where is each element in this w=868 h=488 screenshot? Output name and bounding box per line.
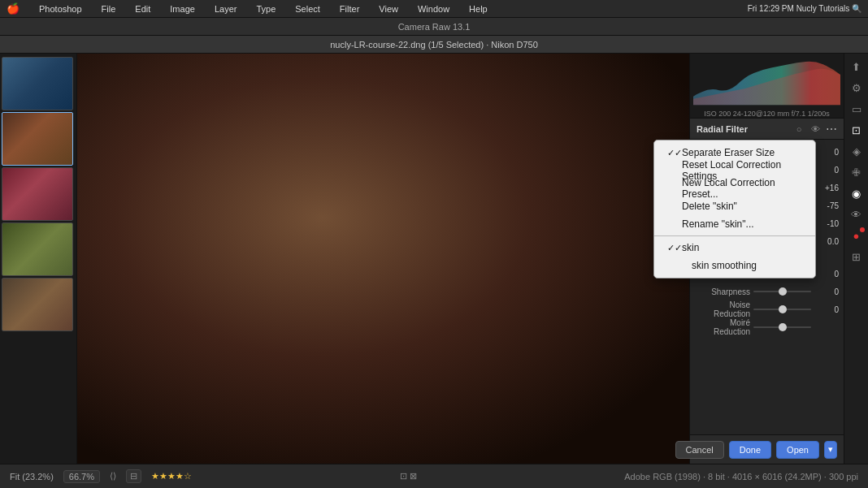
context-menu-label-1: Separate Eraser Size: [682, 147, 775, 158]
right-panel: ISO 200 24-120@120 mm f/7.1 1/200s Radia…: [689, 54, 844, 464]
context-menu-item-4[interactable]: Delete "skin": [654, 197, 815, 215]
noise-reduction-thumb[interactable]: [779, 305, 787, 313]
app-title: Camera Raw 13.1: [398, 22, 471, 32]
checkmark-6: ✓: [667, 243, 677, 253]
done-button[interactable]: Done: [729, 441, 771, 459]
context-menu-label-4: Delete "skin": [682, 201, 737, 212]
apple-menu[interactable]: 🍎: [7, 2, 20, 15]
saturation-value: 0: [814, 270, 839, 279]
system-status: Fri 12:29 PM Nucly Tutorials 🔍: [748, 4, 861, 13]
sharpness-row: Sharpness 0: [690, 283, 844, 300]
panel-header: Radial Filter ○ 👁 ⋯ ✓ Separate Eraser Si…: [690, 119, 844, 140]
main-photo: [77, 54, 689, 464]
moire-reduction-thumb[interactable]: [779, 323, 787, 331]
menu-file[interactable]: File: [98, 2, 119, 15]
color-space-info: Adobe RGB (1998) · 8 bit · 4016 × 6016 (…: [624, 472, 858, 482]
texture-value: +16: [814, 184, 839, 192]
whites-value: 0: [814, 148, 839, 157]
hue-value: 0.0: [814, 237, 839, 246]
blacks-value: 0: [814, 166, 839, 175]
filmstrip-item-4[interactable]: [2, 222, 73, 276]
fit-text: Fit (23.2%): [10, 472, 54, 482]
clarity-value: -75: [814, 201, 839, 210]
menu-select[interactable]: Select: [292, 2, 323, 15]
cancel-button[interactable]: Cancel: [675, 441, 724, 459]
panel-circle-icon[interactable]: ○: [793, 123, 805, 135]
histogram-icon[interactable]: ▭: [847, 99, 866, 119]
grid-icon[interactable]: ⊞: [847, 247, 866, 266]
context-menu: ✓ Separate Eraser Size Reset Local Corre…: [653, 140, 816, 279]
settings-gear-icon[interactable]: ⚙: [847, 78, 866, 97]
menu-help[interactable]: Help: [466, 2, 491, 15]
open-button[interactable]: Open: [776, 441, 819, 459]
context-menu-separator: [654, 235, 815, 236]
zoom-level[interactable]: 66.7%: [63, 470, 100, 483]
canvas-area[interactable]: [77, 54, 689, 464]
file-title: nucly-LR-course-22.dng (1/5 Selected) · …: [330, 40, 538, 50]
moire-reduction-row: Moiré Reduction: [690, 318, 844, 336]
share-icon[interactable]: ⬆: [847, 57, 866, 76]
menu-filter[interactable]: Filter: [336, 2, 362, 15]
noise-reduction-row: Noise Reduction 0: [690, 300, 844, 318]
menu-photoshop[interactable]: Photoshop: [36, 2, 85, 15]
histogram: ISO 200 24-120@120 mm f/7.1 1/200s: [690, 54, 844, 119]
star-rating[interactable]: ★★★★☆: [151, 471, 192, 482]
context-menu-label-6: skin: [682, 242, 699, 253]
menu-edit[interactable]: Edit: [132, 2, 154, 15]
filmstrip-item-3[interactable]: [2, 167, 73, 221]
context-menu-label-7: skin smoothing: [692, 260, 757, 271]
context-menu-item-6[interactable]: ✓ skin: [654, 239, 815, 257]
crop-icon[interactable]: ⊡: [847, 120, 866, 140]
zoom-arrows[interactable]: ⟨⟩: [110, 471, 116, 482]
menu-type[interactable]: Type: [253, 2, 279, 15]
context-menu-item-5[interactable]: Rename "skin"...: [654, 215, 815, 233]
healing-icon[interactable]: ✙: [847, 162, 866, 182]
menu-view[interactable]: View: [375, 2, 401, 15]
sharpness-thumb[interactable]: [779, 287, 787, 296]
open-dropdown-button[interactable]: ▾: [824, 441, 837, 459]
red-eye-icon[interactable]: ●: [847, 226, 866, 245]
panel-title: Radial Filter: [697, 124, 788, 134]
moire-reduction-label: Moiré Reduction: [695, 318, 750, 336]
sharpness-label: Sharpness: [695, 287, 750, 296]
menu-bar: 🍎 Photoshop File Edit Image Layer Type S…: [0, 0, 868, 18]
eye-tool-icon[interactable]: 👁: [847, 205, 866, 224]
filmstrip: [0, 54, 77, 464]
panel-eye-icon[interactable]: 👁: [809, 123, 821, 135]
filter-panel-icon[interactable]: ◈: [847, 141, 866, 161]
panel-menu-icon[interactable]: ⋯: [826, 123, 837, 135]
mask-icon[interactable]: ◉: [847, 184, 866, 203]
histogram-svg: [693, 57, 840, 106]
view-toggle[interactable]: ⊟: [126, 469, 141, 483]
noise-reduction-track[interactable]: [753, 309, 811, 310]
moire-reduction-track[interactable]: [753, 326, 811, 328]
context-menu-item-3[interactable]: New Local Correction Preset...: [654, 179, 815, 197]
view-mode-icons[interactable]: ⊡ ⊠: [400, 471, 417, 482]
checkmark-1: ✓: [667, 148, 677, 158]
file-title-bar: nucly-LR-course-22.dng (1/5 Selected) · …: [0, 36, 868, 54]
noise-reduction-value: 0: [814, 305, 839, 314]
icon-sidebar: ⬆ ⚙ ▭ ⊡ ◈ ✙ ◉ 👁 ● ⊞: [844, 54, 868, 464]
context-menu-label-3: New Local Correction Preset...: [682, 177, 802, 200]
menu-layer[interactable]: Layer: [211, 2, 241, 15]
main-layout: ISO 200 24-120@120 mm f/7.1 1/200s Radia…: [0, 54, 868, 464]
bottom-buttons: Cancel Done Open ▾: [690, 434, 844, 464]
sharpness-track[interactable]: [753, 291, 811, 292]
histogram-info: ISO 200 24-120@120 mm f/7.1 1/200s: [693, 108, 840, 119]
filmstrip-item-2[interactable]: [2, 112, 73, 166]
status-bar: Fit (23.2%) 66.7% ⟨⟩ ⊟ ★★★★☆ ⊡ ⊠ Adobe R…: [0, 464, 868, 488]
filmstrip-item-5[interactable]: [2, 278, 73, 331]
noise-reduction-label: Noise Reduction: [695, 300, 750, 318]
context-menu-item-7[interactable]: skin smoothing: [654, 257, 815, 274]
dehaze-value: -10: [814, 219, 839, 228]
filmstrip-item-1[interactable]: [2, 57, 73, 110]
context-menu-label-5: Rename "skin"...: [682, 218, 754, 230]
menu-window[interactable]: Window: [414, 2, 453, 15]
app-title-bar: Camera Raw 13.1: [0, 18, 868, 36]
menu-image[interactable]: Image: [167, 2, 198, 15]
sharpness-value: 0: [814, 287, 839, 296]
